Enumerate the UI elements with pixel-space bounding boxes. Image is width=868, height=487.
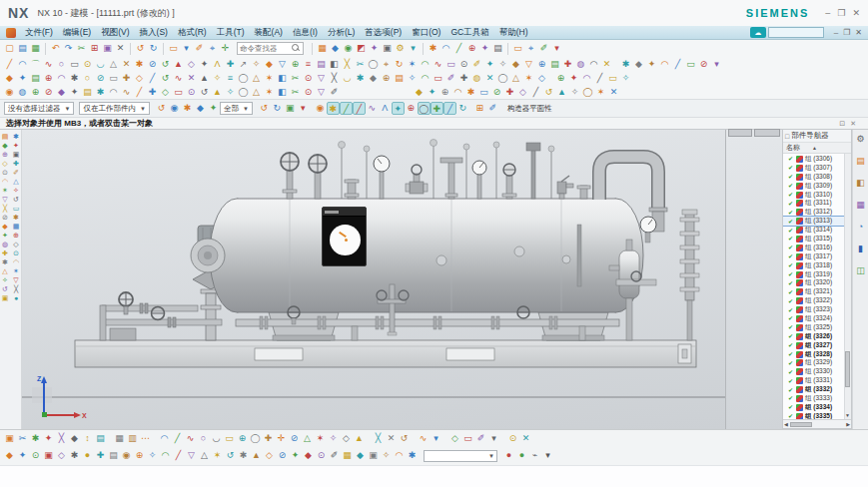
- toolbar-icon[interactable]: ∿: [417, 432, 430, 445]
- toolbar-icon[interactable]: ∿: [172, 72, 185, 85]
- toolbar-icon[interactable]: ╳: [328, 72, 341, 85]
- toolbar-icon[interactable]: ▲: [353, 432, 366, 445]
- close-button[interactable]: ✕: [852, 8, 860, 18]
- navigator-row[interactable]: ✔组 (3321): [783, 287, 851, 296]
- checkbox-icon[interactable]: ✔: [788, 368, 795, 376]
- toolbar-icon[interactable]: ▤: [855, 155, 867, 167]
- toolbar-icon[interactable]: ◇: [55, 449, 68, 462]
- navigator-row[interactable]: ✔组 (3313): [783, 217, 851, 226]
- command-finder-input[interactable]: [240, 44, 292, 53]
- navigator-row[interactable]: ✔组 (3312): [783, 208, 851, 217]
- toolbar-icon[interactable]: ✱: [133, 58, 146, 71]
- scroll-down-icon[interactable]: ▼: [844, 411, 851, 419]
- checkbox-icon[interactable]: ✔: [788, 270, 795, 278]
- toolbar-icon[interactable]: ✱: [181, 102, 194, 115]
- checkbox-icon[interactable]: ✔: [788, 377, 795, 385]
- toolbar-icon[interactable]: ⊞: [473, 102, 486, 115]
- toolbar-icon[interactable]: ∿: [42, 58, 55, 71]
- toolbar-icon[interactable]: ◧: [276, 72, 289, 85]
- checkbox-icon[interactable]: ✔: [788, 191, 795, 199]
- toolbar-icon[interactable]: ▾: [430, 432, 442, 445]
- toolbar-icon[interactable]: ✧: [146, 449, 159, 462]
- toolbar-icon[interactable]: ✚: [11, 159, 21, 168]
- toolbar-icon[interactable]: ▾: [541, 449, 554, 462]
- toolbar-icon[interactable]: ✱: [29, 432, 42, 445]
- snap-point-icon[interactable]: ◯: [418, 102, 431, 115]
- toolbar-icon[interactable]: ▣: [42, 449, 55, 462]
- toolbar-icon[interactable]: ▣: [11, 150, 21, 159]
- toolbar-icon[interactable]: ✦: [42, 432, 55, 445]
- toolbar-icon[interactable]: ◯: [581, 86, 594, 99]
- toolbar-icon[interactable]: ✕: [185, 72, 198, 85]
- snap-point-icon[interactable]: ⊕: [405, 102, 418, 115]
- toolbar-icon[interactable]: ✶: [263, 72, 276, 85]
- toolbar-icon[interactable]: ✦: [426, 86, 438, 99]
- checkbox-icon[interactable]: ✔: [788, 306, 795, 314]
- toolbar-icon[interactable]: ▣: [101, 42, 114, 55]
- navigator-row[interactable]: ✔组 (3306): [783, 155, 851, 164]
- toolbar-icon[interactable]: △: [250, 86, 263, 99]
- toolbar-icon[interactable]: ◆: [263, 58, 276, 71]
- toolbar-icon[interactable]: ▾: [407, 42, 420, 55]
- toolbar-icon[interactable]: ↷: [62, 42, 75, 55]
- navigator-row[interactable]: ✔组 (3327): [783, 341, 851, 350]
- panel-close-icon[interactable]: ✕: [850, 120, 856, 128]
- menu-item-8[interactable]: 信息(I): [288, 27, 323, 39]
- toolbar-icon[interactable]: ✕: [519, 432, 532, 445]
- toolbar-icon[interactable]: ⊞: [88, 42, 101, 55]
- toolbar-icon[interactable]: ✛: [275, 432, 288, 445]
- toolbar-icon[interactable]: ⊕: [42, 72, 55, 85]
- toolbar-icon[interactable]: ⊙: [0, 168, 10, 177]
- toolbar-icon[interactable]: ◠: [451, 86, 464, 99]
- toolbar-icon[interactable]: ✧: [619, 72, 632, 85]
- toolbar-icon[interactable]: ✦: [0, 231, 10, 240]
- toolbar-icon[interactable]: ✶: [263, 86, 276, 99]
- toolbar-icon[interactable]: ⊙: [506, 432, 519, 445]
- toolbar-icon[interactable]: ✐: [470, 58, 483, 71]
- model-vessel[interactable]: [191, 199, 643, 312]
- model-rear-instruments[interactable]: [339, 140, 555, 200]
- navigator-row[interactable]: ✔组 (3328): [783, 350, 851, 359]
- toolbar-icon[interactable]: ◍: [16, 86, 29, 99]
- toolbar-icon[interactable]: ▭: [223, 432, 236, 445]
- checkbox-icon[interactable]: ✔: [788, 323, 795, 331]
- toolbar-icon[interactable]: ✂: [75, 42, 88, 55]
- toolbar-icon[interactable]: ▤: [81, 86, 94, 99]
- toolbar-icon[interactable]: ▦: [11, 222, 21, 231]
- snap-point-icon[interactable]: ╱: [340, 102, 353, 115]
- toolbar-icon[interactable]: ✐: [11, 168, 21, 177]
- bottom-combo[interactable]: ▼: [424, 450, 497, 462]
- toolbar-icon[interactable]: ✦: [567, 72, 580, 85]
- toolbar-icon[interactable]: ▤: [94, 432, 107, 445]
- toolbar-icon[interactable]: ↻: [147, 42, 160, 55]
- toolbar-icon[interactable]: ✐: [486, 102, 499, 115]
- navigator-row[interactable]: ✔组 (3331): [783, 376, 851, 385]
- scrollbar-thumb[interactable]: [845, 351, 850, 387]
- toolbar-icon[interactable]: ◆: [509, 58, 522, 71]
- toolbar-icon[interactable]: ↶: [49, 42, 62, 55]
- toolbar-icon[interactable]: ◆: [367, 72, 380, 85]
- checkbox-icon[interactable]: ✔: [788, 394, 795, 402]
- toolbar-icon[interactable]: ◍: [0, 240, 10, 248]
- toolbar-icon[interactable]: △: [198, 449, 211, 462]
- toolbar-icon[interactable]: ✐: [328, 449, 341, 462]
- toolbar-icon[interactable]: ⊕: [535, 58, 548, 71]
- snap-point-icon[interactable]: ↻: [456, 102, 469, 115]
- checkbox-icon[interactable]: ✔: [788, 252, 795, 260]
- sort-ascending-icon[interactable]: ▲: [812, 145, 817, 151]
- toolbar-icon[interactable]: ✱: [619, 58, 632, 71]
- toolbar-icon[interactable]: ▤: [29, 72, 42, 85]
- toolbar-icon[interactable]: ✱: [237, 449, 250, 462]
- navigator-row[interactable]: ✔组 (3310): [783, 191, 851, 200]
- scroll-right-icon[interactable]: ▶: [846, 421, 850, 427]
- toolbar-icon[interactable]: ↕: [81, 432, 94, 445]
- toolbar-icon[interactable]: ✱: [11, 213, 21, 222]
- toolbar-icon[interactable]: ⊕: [554, 72, 567, 85]
- toolbar-icon[interactable]: ◠: [439, 42, 452, 55]
- toolbar-icon[interactable]: ↺: [159, 72, 172, 85]
- checkbox-icon[interactable]: ✔: [788, 209, 795, 217]
- toolbar-icon[interactable]: ▤: [107, 449, 120, 462]
- toolbar-icon[interactable]: ⊙: [302, 72, 315, 85]
- toolbar-icon[interactable]: ◇: [11, 240, 21, 248]
- doc-minimize-button[interactable]: –: [834, 28, 838, 37]
